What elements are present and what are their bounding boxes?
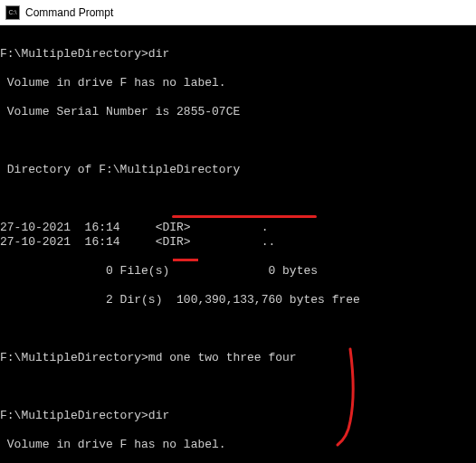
prompt: F:\MultipleDirectory [0, 351, 141, 364]
command-md: md one two three four [148, 351, 297, 364]
terminal-output[interactable]: F:\MultipleDirectory>dir Volume in drive… [0, 25, 476, 463]
volume-label: Volume in drive F has no label. [0, 438, 476, 452]
blank [0, 380, 476, 394]
prompt-line: F:\MultipleDirectory>md one two three fo… [0, 351, 476, 365]
command-dir: dir [148, 47, 169, 61]
prompt: F:\MultipleDirectory [0, 47, 141, 61]
dir-summary: 2 Dir(s) 100,390,133,760 bytes free [0, 293, 476, 307]
cmd-icon: C:\ [5, 5, 20, 20]
window-title: Command Prompt [25, 6, 113, 19]
dir-entry: 27-10-2021 16:14 <DIR> . [0, 221, 476, 235]
prompt-line: F:\MultipleDirectory>dir [0, 47, 476, 61]
annotation-underline-md [172, 215, 317, 218]
titlebar[interactable]: C:\ Command Prompt [0, 0, 476, 25]
command-dir: dir [148, 409, 169, 422]
blank [0, 322, 476, 336]
prompt: F:\MultipleDirectory [0, 409, 141, 422]
volume-label: Volume in drive F has no label. [0, 76, 476, 90]
prompt-line: F:\MultipleDirectory>dir [0, 409, 476, 423]
dir-entry: 27-10-2021 16:14 <DIR> .. [0, 235, 476, 250]
annotation-underline-dir [173, 259, 198, 261]
blank [0, 134, 476, 148]
prompt-suffix: > [141, 409, 148, 422]
prompt-suffix: > [141, 47, 148, 61]
blank [0, 192, 476, 206]
file-summary: 0 File(s) 0 bytes [0, 264, 476, 279]
listing-1: 27-10-2021 16:14 <DIR> .27-10-2021 16:14… [0, 221, 476, 250]
volume-serial: Volume Serial Number is 2855-07CE [0, 105, 476, 119]
dir-header: Directory of F:\MultipleDirectory [0, 163, 476, 177]
prompt-suffix: > [141, 351, 148, 364]
